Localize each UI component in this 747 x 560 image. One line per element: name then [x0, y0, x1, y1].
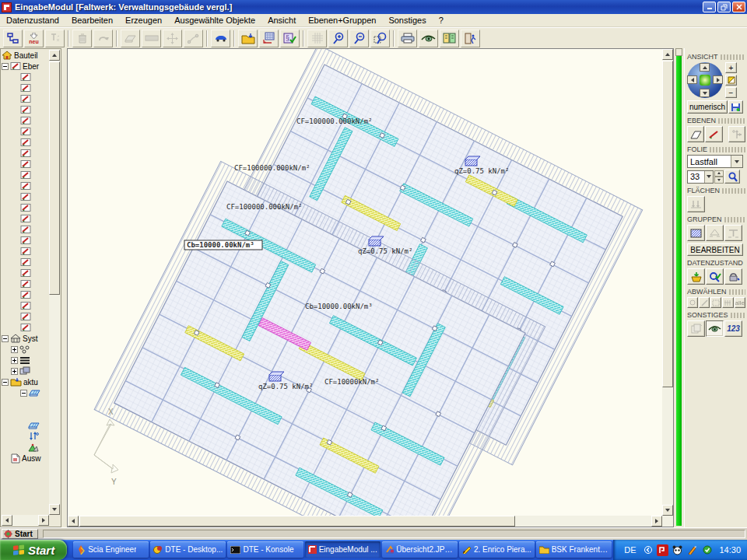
- collapse-icon[interactable]: [2, 335, 9, 342]
- folie-search-button[interactable]: [724, 170, 740, 184]
- bearbeiten-button[interactable]: BEARBEITEN: [687, 243, 743, 256]
- rotate-down-button[interactable]: [700, 89, 710, 97]
- tree-node-nodes[interactable]: [2, 344, 50, 355]
- rotate-right-button[interactable]: [713, 75, 723, 84]
- dropdown-arrow-icon[interactable]: [704, 171, 713, 183]
- norm-check-icon[interactable]: §: [280, 30, 300, 47]
- tree-node-layers[interactable]: [2, 366, 50, 376]
- data-import-button[interactable]: [687, 268, 705, 285]
- restore-button[interactable]: [717, 2, 731, 12]
- tree-node-ebenen[interactable]: Eber: [2, 61, 50, 72]
- scroll-down-button[interactable]: [49, 504, 60, 515]
- expand-icon[interactable]: [11, 368, 18, 375]
- data-clean-button[interactable]: [724, 268, 742, 285]
- zoom-plus-button[interactable]: +: [725, 62, 737, 73]
- tree-item-ebene[interactable]: [2, 278, 50, 289]
- collapse-icon[interactable]: [2, 63, 9, 70]
- menu-item[interactable]: Erzeugen: [119, 15, 168, 26]
- close-button[interactable]: [732, 2, 745, 12]
- view-rotate-pad[interactable]: [687, 62, 723, 98]
- canvas-vertical-scrollbar[interactable]: [662, 49, 673, 516]
- edit-plane-button[interactable]: [705, 126, 722, 142]
- scroll-up-button[interactable]: [662, 49, 673, 60]
- tree-item-ebene[interactable]: [2, 104, 50, 115]
- tree-item-ebene[interactable]: [2, 72, 50, 82]
- tree-item-ebene[interactable]: [2, 202, 50, 213]
- mini-start-button[interactable]: Start: [2, 529, 38, 539]
- task-bsk-folder[interactable]: BSK Frankenthal: [536, 541, 612, 558]
- scroll-right-button[interactable]: [651, 516, 662, 527]
- task-enrico[interactable]: 2. Enrico Piera...: [459, 541, 535, 558]
- tree-item-ebene[interactable]: [2, 235, 50, 246]
- expand-icon[interactable]: [11, 346, 18, 353]
- tree-item-loads[interactable]: [2, 431, 50, 442]
- menu-item[interactable]: Ausgewählte Objekte: [168, 15, 261, 26]
- folie-type-select[interactable]: Lastfall: [687, 155, 743, 168]
- visibility-eye-button[interactable]: [706, 320, 724, 337]
- tree-item-ebene[interactable]: [2, 159, 50, 170]
- view-eye-icon[interactable]: [419, 30, 438, 47]
- zoom-minus-button[interactable]: −: [725, 87, 737, 98]
- scroll-thumb[interactable]: [662, 61, 673, 387]
- start-button[interactable]: Start: [0, 540, 67, 560]
- tree-node-system[interactable]: Syst: [2, 333, 50, 344]
- task-dte-desktop[interactable]: DTE - Desktop...: [150, 541, 226, 558]
- scroll-right-button[interactable]: [38, 515, 49, 526]
- task-scia[interactable]: Scia Engineer: [73, 541, 149, 558]
- scroll-thumb[interactable]: [79, 516, 515, 527]
- menu-item[interactable]: Sonstiges: [382, 15, 432, 26]
- scroll-left-button[interactable]: [68, 516, 79, 527]
- tree-item-ausgabe[interactable]: Ausw: [2, 453, 50, 464]
- tree-item-ebene[interactable]: [2, 115, 50, 126]
- neu-icon[interactable]: neu: [24, 30, 44, 47]
- tree-vertical-scrollbar[interactable]: [49, 50, 60, 515]
- print-icon[interactable]: [398, 30, 417, 47]
- tree-item-ebene[interactable]: [2, 246, 50, 257]
- language-indicator[interactable]: DE: [624, 545, 636, 555]
- tree-item-bauteil[interactable]: Bauteil: [2, 50, 50, 61]
- numbering-button[interactable]: 123: [724, 320, 742, 337]
- task-uebersicht[interactable]: Übersicht2.JPG...: [382, 541, 458, 558]
- tree-item-ebene[interactable]: [2, 289, 50, 300]
- scroll-thumb[interactable]: [49, 61, 60, 295]
- tree-item-ebene[interactable]: [2, 93, 50, 104]
- zoom-out-icon[interactable]: [349, 30, 369, 47]
- scroll-up-button[interactable]: [49, 50, 60, 61]
- tree-item-ebene[interactable]: [2, 257, 50, 268]
- save-view-button[interactable]: [728, 100, 743, 114]
- tree-item-ebene[interactable]: [2, 311, 50, 322]
- menu-item[interactable]: Ansicht: [261, 15, 302, 26]
- view-center-button[interactable]: [700, 75, 710, 86]
- scroll-left-button[interactable]: [2, 515, 12, 526]
- two-views-icon[interactable]: [440, 30, 459, 47]
- tray-red-app-icon[interactable]: [657, 544, 668, 556]
- task-dte-konsole[interactable]: DTE - Konsole: [227, 541, 303, 558]
- numerisch-button[interactable]: numerisch: [687, 100, 728, 114]
- tree-item-slab2[interactable]: [2, 420, 50, 431]
- panel-splitter[interactable]: [61, 48, 67, 527]
- shade-toggle-button[interactable]: [725, 75, 737, 86]
- rotate-up-button[interactable]: [700, 63, 710, 72]
- menu-item[interactable]: Bearbeiten: [65, 15, 119, 26]
- tree-item-mesh[interactable]: [2, 442, 50, 453]
- tree-item-ebene[interactable]: [2, 268, 50, 278]
- car-icon[interactable]: [211, 30, 230, 47]
- plane-button[interactable]: [687, 126, 704, 142]
- zoom-window-icon[interactable]: [370, 30, 390, 47]
- canvas-horizontal-scrollbar[interactable]: [68, 516, 662, 527]
- collapse-icon[interactable]: [2, 379, 9, 386]
- scroll-down-button[interactable]: [662, 505, 673, 516]
- tree-node-lines[interactable]: [2, 355, 50, 366]
- group-area-button[interactable]: [687, 225, 705, 241]
- tree-item-ebene[interactable]: [2, 224, 50, 235]
- task-eingabemodul[interactable]: EingabeModul ...: [305, 541, 381, 558]
- tray-chevron-icon[interactable]: [642, 544, 654, 556]
- tree-item-ebene[interactable]: [2, 180, 50, 191]
- tray-shield-icon[interactable]: [701, 544, 713, 556]
- collapse-icon[interactable]: [20, 390, 27, 397]
- tree-item-ebene[interactable]: [2, 148, 50, 159]
- menu-item[interactable]: Datenzustand: [0, 15, 65, 26]
- tree-horizontal-scrollbar[interactable]: [2, 515, 49, 526]
- tray-brush-icon[interactable]: [686, 544, 698, 556]
- tree-node-slab[interactable]: [2, 387, 50, 398]
